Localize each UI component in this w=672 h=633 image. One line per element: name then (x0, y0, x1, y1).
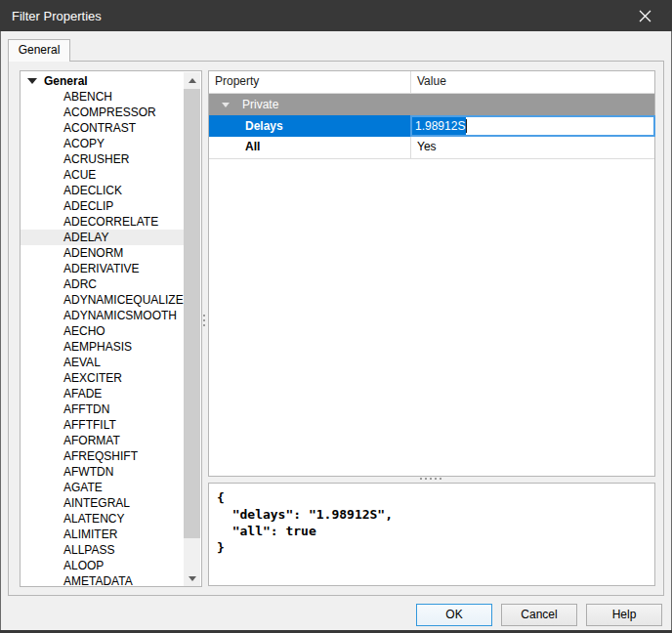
property-row-all[interactable]: All Yes (209, 137, 654, 159)
property-name-all: All (209, 137, 410, 158)
tree-item[interactable]: ABENCH (21, 89, 185, 105)
tree-item[interactable]: ADYNAMICEQUALIZER (21, 292, 185, 308)
tab-general[interactable]: General (8, 39, 70, 62)
filter-tree[interactable]: General ABENCH ACOMPRESSOR ACONTRAST ACO… (20, 70, 202, 587)
table-header: Property Value (209, 71, 654, 94)
column-header-property[interactable]: Property (209, 71, 410, 93)
property-row-delays[interactable]: Delays 1.98912S (209, 115, 654, 137)
tree-item-selected[interactable]: ADELAY (21, 230, 185, 245)
column-header-value[interactable]: Value (410, 71, 654, 93)
dialog-buttons: OK Cancel Help (416, 604, 662, 626)
tree-root-general[interactable]: General (21, 73, 185, 89)
tree-item[interactable]: AFFTFILT (21, 417, 185, 433)
tree-item[interactable]: AINTEGRAL (21, 495, 185, 511)
tree-item[interactable]: AGATE (21, 480, 185, 495)
property-value-all[interactable]: Yes (410, 137, 654, 158)
ok-button[interactable]: OK (416, 604, 492, 626)
group-collapse-arrow-icon[interactable] (222, 103, 230, 107)
tree-item[interactable]: AFREQSHIFT (21, 448, 185, 464)
collapse-arrow-icon[interactable] (27, 78, 37, 84)
vertical-splitter-handle[interactable] (203, 315, 205, 326)
tree-item[interactable]: AEMPHASIS (21, 339, 185, 355)
tree-item[interactable]: ACOMPRESSOR (21, 105, 185, 120)
selected-text: 1.98912S (412, 117, 466, 135)
tree-item[interactable]: AMETADATA (21, 573, 185, 587)
window-title: Filter Properties (12, 9, 102, 23)
text-caret (466, 119, 467, 133)
tree-item[interactable]: ADERIVATIVE (21, 261, 185, 276)
scroll-up-icon[interactable] (184, 72, 200, 89)
json-line: { (217, 489, 654, 506)
tree-item[interactable]: AEVAL (21, 355, 185, 370)
scrollbar-thumb[interactable] (184, 89, 200, 538)
tree-item[interactable]: ADENORM (21, 245, 185, 261)
tree-item[interactable]: AFADE (21, 386, 185, 401)
tree-item[interactable]: AFWTDN (21, 464, 185, 480)
tree-item[interactable]: ALATENCY (21, 511, 185, 527)
json-preview[interactable]: { "delays": "1.98912S", "all": true } (208, 483, 655, 586)
scroll-down-icon[interactable] (184, 570, 200, 587)
tree-item[interactable]: ACRUSHER (21, 151, 185, 167)
tree-item[interactable]: AFFTDN (21, 401, 185, 417)
filter-properties-dialog: Filter Properties General General ABENCH… (0, 0, 672, 633)
tree-item[interactable]: ADYNAMICSMOOTH (21, 308, 185, 323)
tree-item[interactable]: ALIMITER (21, 527, 185, 542)
group-row-private[interactable]: Private (209, 94, 654, 115)
horizontal-splitter-handle[interactable] (420, 478, 441, 480)
tree-scrollbar[interactable] (184, 72, 200, 587)
tree-item[interactable]: AFORMAT (21, 433, 185, 448)
tree-item[interactable]: ADRC (21, 276, 185, 292)
titlebar[interactable]: Filter Properties (0, 0, 672, 31)
cancel-button[interactable]: Cancel (501, 604, 577, 626)
help-button[interactable]: Help (586, 604, 662, 626)
property-table: Property Value Private Delays 1.98912S A… (208, 70, 655, 477)
tree-item[interactable]: ACUE (21, 167, 185, 183)
json-line: "all": true (217, 523, 654, 539)
tree-item[interactable]: ALOOP (21, 558, 185, 573)
tree-rows: General ABENCH ACOMPRESSOR ACONTRAST ACO… (21, 73, 185, 587)
tree-item[interactable]: ADECORRELATE (21, 214, 185, 230)
tree-item[interactable]: ACOPY (21, 136, 185, 151)
tree-item[interactable]: ADECLIP (21, 198, 185, 214)
json-line: "delays": "1.98912S", (217, 506, 654, 523)
json-line: } (217, 539, 654, 556)
tree-item[interactable]: AECHO (21, 323, 185, 339)
tree-item[interactable]: ACONTRAST (21, 120, 185, 136)
tree-item[interactable]: AEXCITER (21, 370, 185, 386)
tree-item[interactable]: ADECLICK (21, 183, 185, 198)
delays-value-input[interactable]: 1.98912S (410, 115, 655, 137)
close-icon[interactable] (625, 0, 664, 31)
tree-item[interactable]: ALLPASS (21, 542, 185, 558)
